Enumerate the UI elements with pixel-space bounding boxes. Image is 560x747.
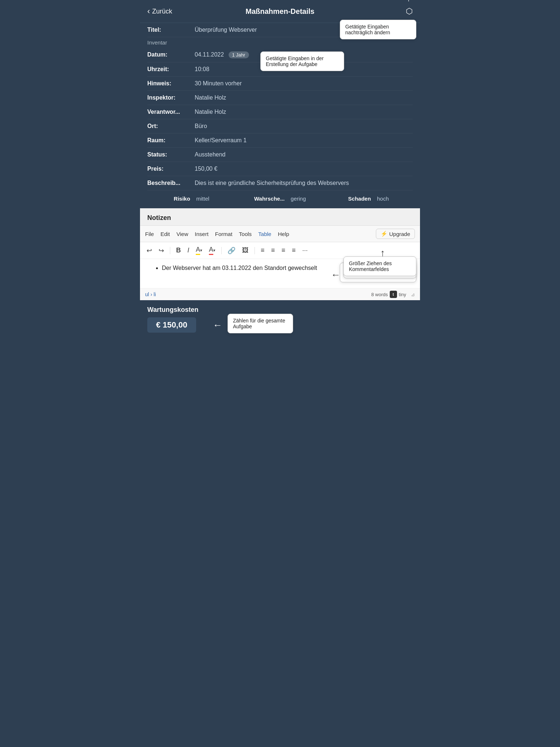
justify-button[interactable]: ≡: [291, 246, 298, 255]
menu-table[interactable]: Table: [258, 231, 271, 237]
image-icon: 🖼: [242, 247, 249, 254]
tooltip-task-creation: Getätigte Eingaben in der Erstellung der…: [260, 51, 344, 71]
notizen-section: Notizen File Edit View Insert Format Too…: [140, 208, 420, 300]
inventar-label: Inventar: [147, 39, 167, 46]
wartung-arrow-left: ←: [213, 320, 222, 331]
label-beschreibung: Beschreib...: [147, 180, 195, 186]
label-ort: Ort:: [147, 123, 195, 129]
menu-format[interactable]: Format: [215, 231, 233, 237]
comment-arrow-left: ←: [331, 269, 341, 280]
label-datum: Datum:: [147, 51, 195, 58]
lightning-icon: ⚡: [381, 231, 388, 237]
risk-schaden-value: hoch: [377, 196, 389, 202]
menu-tools[interactable]: Tools: [239, 231, 252, 237]
risk-row: Risiko mittel Wahrsche... gering Schaden…: [147, 190, 413, 205]
image-button[interactable]: 🖼: [241, 246, 250, 255]
undo-button[interactable]: ↩: [145, 246, 153, 255]
highlight-button[interactable]: A ▾: [194, 245, 204, 256]
back-chevron-icon: ‹: [147, 7, 150, 16]
risk-risiko-value: mittel: [196, 196, 209, 202]
bold-icon: B: [176, 247, 181, 254]
edit-button[interactable]: ⬡ ↑: [406, 7, 413, 16]
details-section: Titel: Überprüfung Webserver Inventar Ge…: [140, 23, 420, 208]
more-icon: ···: [302, 247, 308, 254]
header: ‹ Zurück Maßnahmen-Details ⬡ ↑ Getätigte…: [140, 0, 420, 23]
link-button[interactable]: 🔗: [226, 246, 237, 255]
word-count: 8 words: [371, 292, 388, 297]
justify-icon: ≡: [292, 247, 296, 254]
detail-row-inspektor: Inspektor: Natalie Holz: [147, 91, 413, 105]
wartungskosten-row: € 150,00 ← Zählen für die gesamte Aufgab…: [147, 317, 413, 333]
highlight-icon: A: [196, 246, 200, 255]
value-verantwortlich: Natalie Holz: [195, 109, 413, 115]
value-beschreibung: Dies ist eine gründliche Sicherheitsprüf…: [195, 180, 413, 186]
tiny-logo: 8 words t tiny ⊿: [371, 291, 415, 298]
risk-wahrscheinlichkeit: Wahrsche... gering: [236, 196, 324, 202]
align-left-icon: ≡: [261, 247, 265, 254]
editor-footer: ul › li 8 words t tiny ⊿: [140, 288, 420, 300]
font-color-dropdown-icon: ▾: [213, 248, 215, 253]
notizen-label: Notizen: [147, 214, 171, 221]
risk-schaden: Schaden hoch: [324, 196, 413, 202]
detail-row-ort: Ort: Büro: [147, 119, 413, 133]
align-right-icon: ≡: [281, 247, 285, 254]
risk-risiko-label: Risiko: [174, 196, 190, 202]
font-color-icon: A: [209, 246, 213, 255]
resize-arrow-up: ↑: [380, 247, 385, 259]
upgrade-button[interactable]: ⚡ Upgrade: [376, 229, 415, 239]
more-options-button[interactable]: ···: [301, 246, 309, 255]
link-icon: 🔗: [228, 247, 236, 255]
undo-icon: ↩: [147, 247, 152, 255]
label-raum: Raum:: [147, 137, 195, 144]
toolbar-divider-3: [254, 247, 255, 254]
toolbar-divider-1: [170, 247, 170, 254]
breadcrumb: ul › li: [145, 291, 156, 297]
edit-icon: ⬡: [406, 7, 413, 16]
align-right-button[interactable]: ≡: [280, 246, 287, 255]
menu-file[interactable]: File: [145, 231, 154, 237]
risk-schaden-label: Schaden: [348, 196, 371, 202]
tiny-icon: t: [390, 291, 397, 298]
back-label: Zurück: [152, 8, 172, 15]
tiny-label: tiny: [399, 292, 406, 297]
back-button[interactable]: ‹ Zurück: [147, 7, 172, 16]
wartungskosten-amount: € 150,00: [147, 317, 196, 333]
label-titel: Titel:: [147, 27, 195, 33]
datum-badge: 1 Jahr: [229, 51, 249, 58]
resize-handle[interactable]: ⊿: [411, 292, 415, 297]
bold-button[interactable]: B: [175, 246, 182, 255]
label-hinweis: Hinweis:: [147, 80, 195, 87]
italic-button[interactable]: I: [186, 246, 191, 255]
detail-row-status: Status: Ausstehend: [147, 148, 413, 162]
risk-wahrscheinlichkeit-label: Wahrsche...: [254, 196, 285, 202]
redo-icon: ↪: [159, 247, 164, 255]
label-verantwortlich: Verantwor...: [147, 109, 195, 115]
label-preis: Preis:: [147, 166, 195, 172]
menu-help[interactable]: Help: [278, 231, 289, 237]
menu-edit[interactable]: Edit: [160, 231, 170, 237]
label-status: Status:: [147, 151, 195, 158]
align-center-icon: ≡: [271, 247, 275, 254]
menu-view[interactable]: View: [176, 231, 188, 237]
label-uhrzeit: Uhrzeit:: [147, 66, 195, 73]
font-color-button[interactable]: A ▾: [207, 245, 217, 256]
risk-risiko: Risiko mittel: [147, 196, 236, 202]
value-ort: Büro: [195, 123, 413, 129]
value-inspektor: Natalie Holz: [195, 94, 413, 101]
page-title: Maßnahmen-Details: [246, 7, 315, 16]
value-status: Ausstehend: [195, 151, 413, 158]
edit-tooltip-arrow-up: ↑: [406, 0, 411, 3]
tooltip-resize-2: Größer Ziehen des Kommentarfeldes: [343, 256, 416, 276]
align-left-button[interactable]: ≡: [259, 246, 266, 255]
value-raum: Keller/Serverraum 1: [195, 137, 413, 144]
value-hinweis: 30 Minuten vorher: [195, 80, 413, 87]
align-center-button[interactable]: ≡: [270, 246, 277, 255]
tooltip-edit: Getätigte Eingaben nachträglich ändern: [340, 20, 416, 39]
detail-row-beschreibung: Beschreib... Dies ist eine gründliche Si…: [147, 176, 413, 190]
detail-row-raum: Raum: Keller/Serverraum 1: [147, 133, 413, 148]
menu-insert[interactable]: Insert: [195, 231, 209, 237]
italic-icon: I: [187, 247, 189, 254]
detail-row-hinweis: Hinweis: 30 Minuten vorher: [147, 77, 413, 91]
toolbar-divider-2: [221, 247, 222, 254]
redo-button[interactable]: ↪: [157, 246, 166, 255]
